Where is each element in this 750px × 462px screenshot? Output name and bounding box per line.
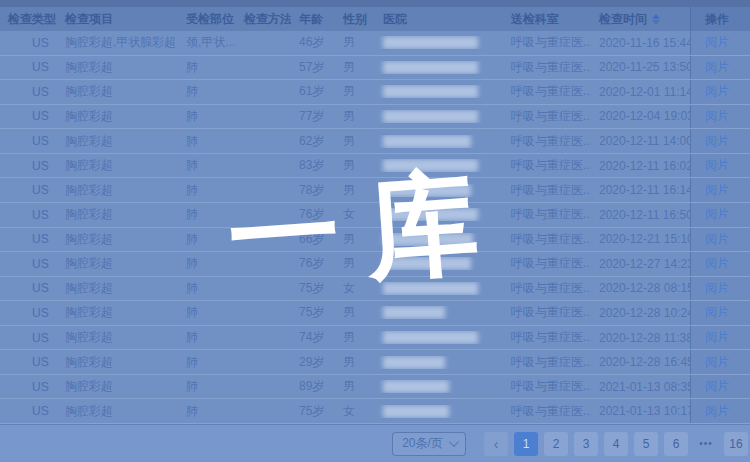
cell-body-part: 颈,甲状... <box>178 34 236 51</box>
view-images-link[interactable]: 阅片 <box>705 304 729 321</box>
redacted-hospital-value <box>383 61 478 74</box>
view-images-link[interactable]: 阅片 <box>705 157 729 174</box>
column-header-gender: 性别 <box>335 11 375 28</box>
redacted-hospital-value <box>383 306 445 319</box>
view-images-link[interactable]: 阅片 <box>705 354 729 371</box>
redacted-hospital-value <box>383 405 449 418</box>
cell-action: 阅片 <box>690 326 750 350</box>
cell-exam-time: 2020-12-11 16:50:25 <box>591 208 690 222</box>
page-button-16[interactable]: 16 <box>724 432 748 456</box>
cell-exam-time: 2020-12-28 16:45:18 <box>591 355 690 369</box>
cell-body-part: 肺 <box>178 108 236 125</box>
cell-hospital <box>375 331 503 344</box>
cell-action: 阅片 <box>690 252 750 276</box>
cell-exam-item: 胸腔彩超 <box>57 108 178 125</box>
cell-exam-item: 胸腔彩超 <box>57 329 178 346</box>
view-images-link[interactable]: 阅片 <box>705 133 729 150</box>
view-images-link[interactable]: 阅片 <box>705 59 729 76</box>
cell-age: 89岁 <box>291 378 335 395</box>
table-row: US 胸腔彩超 肺 83岁 男 呼吸与重症医... 2020-12-11 16:… <box>0 154 750 179</box>
page-button-6[interactable]: 6 <box>664 432 688 456</box>
cell-exam-time: 2020-12-21 15:10:33 <box>591 232 690 246</box>
cell-hospital <box>375 306 503 319</box>
redacted-hospital-value <box>383 36 478 49</box>
cell-gender: 男 <box>335 83 375 100</box>
column-header-action: 操作 <box>690 7 750 31</box>
page-size-label: 20条/页 <box>402 435 443 452</box>
column-header-exam-time[interactable]: 检查时间 <box>591 11 690 28</box>
cell-exam-time: 2020-12-28 10:24:30 <box>591 306 690 320</box>
cell-department: 呼吸与重症医... <box>503 354 591 371</box>
page-button-4[interactable]: 4 <box>604 432 628 456</box>
cell-hospital <box>375 356 503 369</box>
column-header-hospital: 医院 <box>375 11 503 28</box>
cell-body-part: 肺 <box>178 206 236 223</box>
cell-age: 61岁 <box>291 83 335 100</box>
cell-department: 呼吸与重症医... <box>503 280 591 297</box>
cell-exam-item: 胸腔彩超,甲状腺彩超 <box>57 34 178 51</box>
redacted-hospital-value <box>383 257 471 270</box>
column-header-age: 年龄 <box>291 11 335 28</box>
cell-hospital <box>375 208 503 221</box>
view-images-link[interactable]: 阅片 <box>705 329 729 346</box>
prev-page-button[interactable]: ‹ <box>484 432 508 456</box>
cell-action: 阅片 <box>690 228 750 252</box>
cell-exam-type: US <box>0 331 57 345</box>
page-button-3[interactable]: 3 <box>574 432 598 456</box>
table-row: US 胸腔彩超 肺 74岁 男 呼吸与重症医... 2020-12-28 11:… <box>0 326 750 351</box>
cell-body-part: 肺 <box>178 59 236 76</box>
cell-exam-item: 胸腔彩超 <box>57 354 178 371</box>
sort-control[interactable] <box>652 14 660 25</box>
view-images-link[interactable]: 阅片 <box>705 34 729 51</box>
cell-body-part: 肺 <box>178 83 236 100</box>
cell-action: 阅片 <box>690 178 750 202</box>
cell-age: 76岁 <box>291 206 335 223</box>
view-images-link[interactable]: 阅片 <box>705 403 729 420</box>
cell-action: 阅片 <box>690 350 750 374</box>
cell-gender: 男 <box>335 34 375 51</box>
view-images-link[interactable]: 阅片 <box>705 231 729 248</box>
top-toolbar-edge <box>0 0 750 7</box>
view-images-link[interactable]: 阅片 <box>705 83 729 100</box>
cell-department: 呼吸与重症医... <box>503 133 591 150</box>
table-row: US 胸腔彩超 肺 76岁 女 呼吸与重症医... 2020-12-11 16:… <box>0 203 750 228</box>
cell-exam-time: 2020-12-11 14:00:14 <box>591 134 690 148</box>
redacted-hospital-value <box>383 356 445 369</box>
cell-department: 呼吸与重症医... <box>503 329 591 346</box>
cell-exam-type: US <box>0 183 57 197</box>
page-button-5[interactable]: 5 <box>634 432 658 456</box>
cell-age: 46岁 <box>291 34 335 51</box>
redacted-hospital-value <box>383 282 478 295</box>
redacted-hospital-value <box>383 208 478 221</box>
cell-exam-item: 胸腔彩超 <box>57 231 178 248</box>
table-row: US 胸腔彩超 肺 29岁 男 呼吸与重症医... 2020-12-28 16:… <box>0 350 750 375</box>
sort-asc-icon[interactable] <box>652 14 660 19</box>
page-ellipsis-button[interactable]: ••• <box>694 432 718 456</box>
table-row: US 胸腔彩超 肺 62岁 男 呼吸与重症医... 2020-12-11 14:… <box>0 129 750 154</box>
table-row: US 胸腔彩超 肺 89岁 男 呼吸与重症医... 2021-01-13 08:… <box>0 375 750 400</box>
view-images-link[interactable]: 阅片 <box>705 108 729 125</box>
cell-body-part: 肺 <box>178 354 236 371</box>
table-row: US 胸腔彩超,甲状腺彩超 颈,甲状... 46岁 男 呼吸与重症医... 20… <box>0 31 750 56</box>
cell-hospital <box>375 135 503 148</box>
cell-department: 呼吸与重症医... <box>503 83 591 100</box>
cell-exam-item: 胸腔彩超 <box>57 206 178 223</box>
column-header-body-part: 受检部位 <box>178 11 236 28</box>
view-images-link[interactable]: 阅片 <box>705 378 729 395</box>
view-images-link[interactable]: 阅片 <box>705 280 729 297</box>
page-button-1[interactable]: 1 <box>514 432 538 456</box>
page-button-2[interactable]: 2 <box>544 432 568 456</box>
cell-exam-time: 2021-01-13 08:35:05 <box>591 380 690 394</box>
exam-list-screen: 检查类型 检查项目 受检部位 检查方法 年龄 性别 医院 送检科室 检查时间 操… <box>0 0 750 462</box>
view-images-link[interactable]: 阅片 <box>705 206 729 223</box>
cell-action: 阅片 <box>690 154 750 178</box>
cell-age: 62岁 <box>291 133 335 150</box>
table-row: US 胸腔彩超 肺 75岁 女 呼吸与重症医... 2020-12-28 08:… <box>0 277 750 302</box>
cell-hospital <box>375 36 503 49</box>
cell-action: 阅片 <box>690 301 750 325</box>
view-images-link[interactable]: 阅片 <box>705 182 729 199</box>
view-images-link[interactable]: 阅片 <box>705 255 729 272</box>
sort-desc-icon[interactable] <box>652 20 660 25</box>
cell-exam-type: US <box>0 380 57 394</box>
page-size-select[interactable]: 20条/页 <box>392 432 466 456</box>
